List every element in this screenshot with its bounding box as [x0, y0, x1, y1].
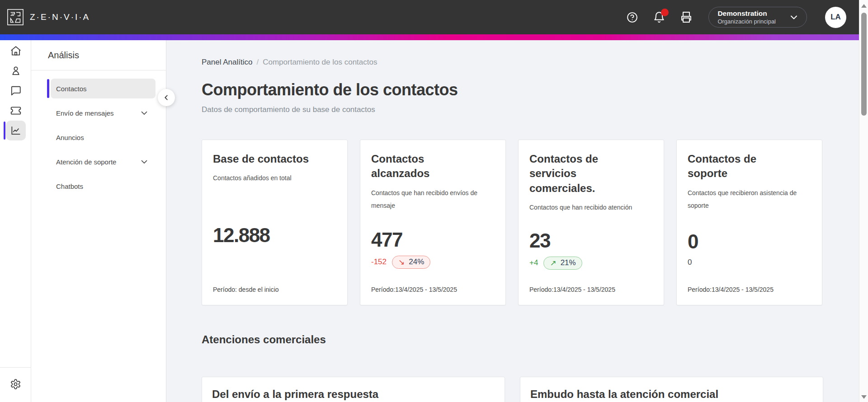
stat-card-contactos-alcanzados: Contactos alcanzados Contactos que han r…	[360, 140, 506, 305]
sidebar-item-label: Atención de soporte	[56, 158, 116, 166]
print-button[interactable]	[679, 10, 693, 24]
icon-rail	[0, 40, 31, 402]
stat-delta: +4	[529, 258, 538, 267]
panel-card-primera-respuesta: Del envío a la primera respuesta	[202, 377, 505, 402]
org-switcher-text: Demonstration Organización principal	[717, 9, 776, 25]
scrollbar-thumb[interactable]	[861, 13, 867, 116]
stat-card-base-de-contactos: Base de contactos Contactos añadidos en …	[202, 140, 348, 305]
stat-value-block: 23 +4 ↗ 21%	[529, 230, 653, 269]
avatar[interactable]: LA	[825, 7, 846, 28]
stat-card-subtitle: Contactos añadidos en total	[213, 172, 330, 184]
section-title-atenciones-comerciales: Atenciones comerciales	[202, 333, 859, 346]
chevron-down-icon	[139, 108, 149, 118]
chevron-down-icon	[788, 12, 799, 23]
sidebar-item-envio-de-mensajes[interactable]: Envío de mensajes	[51, 103, 156, 123]
line-chart-icon	[10, 125, 22, 136]
rail-item-home[interactable]	[0, 41, 31, 61]
rail-item-settings[interactable]	[0, 373, 31, 395]
stat-value: 0	[688, 231, 811, 252]
breadcrumb-separator: /	[256, 58, 259, 67]
stat-card-subtitle: Contactos que han recibido envíos de men…	[371, 187, 489, 212]
sidebar-item-label: Chatbots	[56, 182, 83, 190]
rail-item-tickets[interactable]	[0, 101, 31, 121]
brand-gradient-bar	[0, 34, 859, 40]
sidebar-item-label: Anuncios	[56, 134, 84, 141]
stat-period: Período:13/4/2025 - 13/5/2025	[529, 286, 653, 293]
breadcrumb-parent[interactable]: Panel Analítico	[202, 58, 252, 67]
avatar-initials: LA	[830, 13, 841, 22]
org-name: Demonstration	[717, 9, 767, 18]
ticket-icon	[10, 105, 22, 117]
stat-card-title: Contactos de servicios comerciales.	[529, 152, 639, 196]
rail-item-analytics[interactable]	[0, 121, 31, 140]
page-title: Comportamiento de los contactos	[202, 80, 859, 99]
sidebar-item-label: Envío de mensajes	[56, 109, 114, 117]
analysis-sidebar: Análisis Contactos Envío de mensajes Anu…	[31, 40, 166, 402]
org-switcher[interactable]: Demonstration Organización principal	[708, 7, 807, 28]
stat-period: Período:13/4/2025 - 13/5/2025	[371, 286, 495, 293]
gear-icon	[10, 379, 21, 390]
help-icon	[626, 11, 638, 23]
sidebar-item-atencion-de-soporte[interactable]: Atención de soporte	[51, 152, 156, 172]
trend-percentage: 24%	[409, 257, 424, 266]
stat-value: 12.888	[213, 224, 336, 246]
stat-period: Período:13/4/2025 - 13/5/2025	[688, 286, 811, 293]
trend-up-arrow-icon: ↗	[550, 258, 556, 268]
chevron-left-icon	[161, 93, 171, 103]
sidebar-menu: Contactos Envío de mensajes Anuncios Ate…	[31, 70, 166, 196]
breadcrumb-current: Comportamiento de los contactos	[263, 58, 377, 67]
stat-delta: -152	[371, 257, 387, 266]
notification-badge	[661, 9, 669, 16]
stat-card-title: Contactos alcanzados	[371, 152, 481, 181]
stat-period: Período: desde el inicio	[213, 286, 336, 293]
sidebar-title: Análisis	[31, 40, 166, 61]
sidebar-item-label: Contactos	[56, 85, 87, 93]
person-icon	[10, 65, 22, 77]
chevron-down-icon	[139, 157, 149, 167]
trend-down-arrow-icon: ↘	[398, 257, 405, 267]
main-content: Panel Analítico / Comportamiento de los …	[166, 40, 859, 402]
stat-value-block: 0 0	[688, 231, 811, 267]
stat-value: 23	[529, 230, 653, 252]
rail-divider	[0, 367, 31, 368]
page-subtitle: Datos de comportamiento de su base de co…	[202, 105, 859, 114]
sidebar-item-anuncios[interactable]: Anuncios	[51, 127, 156, 147]
chat-bubble-icon	[10, 85, 22, 97]
rail-item-conversations[interactable]	[0, 81, 31, 101]
commercial-cards-row: Del envío a la primera respuesta Embudo …	[202, 377, 859, 402]
notifications-button[interactable]	[652, 10, 666, 24]
help-button[interactable]	[625, 10, 639, 24]
app-window: Z·E·N·V·I·A	[0, 0, 868, 402]
stat-value: 477	[371, 229, 495, 251]
panel-card-title: Embudo hasta la atención comercial	[530, 388, 813, 401]
stat-delta-row: +4 ↗ 21%	[529, 257, 653, 270]
stat-value-block: 477 -152 ↘ 24%	[371, 229, 495, 268]
sidebar-collapse-button[interactable]	[158, 89, 175, 106]
printer-icon	[680, 11, 693, 23]
scroll-up-arrow[interactable]	[861, 4, 867, 8]
panel-card-embudo-atencion: Embudo hasta la atención comercial	[520, 377, 823, 402]
app-body: Análisis Contactos Envío de mensajes Anu…	[0, 40, 859, 402]
stat-card-subtitle: Contactos que recibieron asistencia de s…	[688, 187, 805, 212]
rail-item-contacts[interactable]	[0, 61, 31, 81]
page-scrollbar[interactable]	[859, 0, 868, 402]
topbar: Z·E·N·V·I·A	[0, 0, 859, 34]
stat-value-block: 12.888	[213, 224, 336, 246]
org-subtitle: Organización principal	[717, 18, 776, 25]
stat-card-title: Contactos de soporte	[688, 152, 797, 181]
topbar-actions: Demonstration Organización principal LA	[612, 7, 846, 28]
stat-delta-row: -152 ↘ 24%	[371, 256, 495, 269]
stat-cards-row: Base de contactos Contactos añadidos en …	[202, 140, 859, 305]
stat-card-contactos-de-soporte: Contactos de soporte Contactos que recib…	[676, 140, 822, 305]
brand-name: Z·E·N·V·I·A	[30, 12, 90, 22]
zenvia-logo-icon	[6, 8, 24, 26]
sidebar-item-chatbots[interactable]: Chatbots	[51, 176, 156, 196]
trend-badge: ↘ 24%	[392, 256, 430, 269]
home-icon	[10, 45, 22, 57]
scroll-down-arrow[interactable]	[861, 395, 867, 399]
sidebar-item-contactos[interactable]: Contactos	[51, 79, 156, 98]
trend-badge: ↗ 21%	[543, 257, 582, 270]
stat-card-contactos-servicios-comerciales: Contactos de servicios comerciales. Cont…	[518, 140, 664, 305]
stat-card-subtitle: Contactos que han recibido atención	[529, 201, 647, 214]
zenvia-logo[interactable]: Z·E·N·V·I·A	[6, 8, 90, 26]
